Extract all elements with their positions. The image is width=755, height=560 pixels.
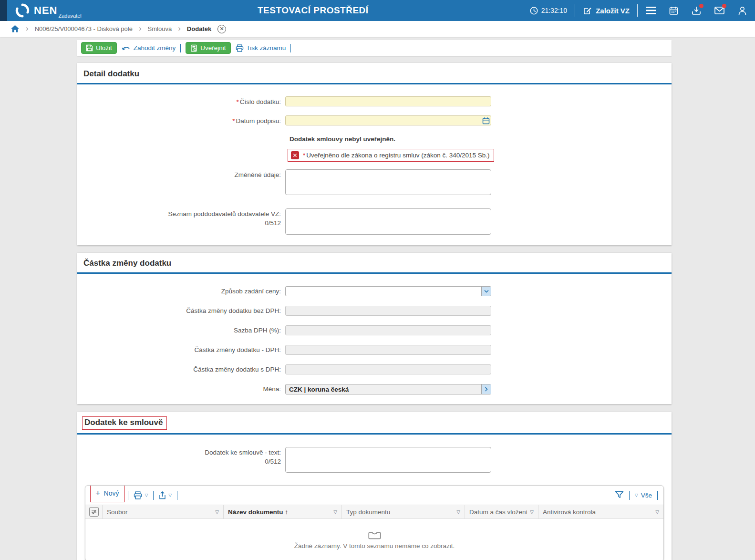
sazba-dph-input <box>285 325 491 335</box>
seznam-poddodavatelu-label: Seznam poddodavatelů dodavatele VZ: 0/51… <box>77 208 285 227</box>
bez-dph-input <box>285 306 491 316</box>
view-all-label: Vše <box>641 492 652 499</box>
column-header-soubor[interactable]: Soubor ▽ <box>103 505 224 519</box>
view-all-dropdown[interactable]: ▽ Vše <box>635 492 652 499</box>
zpusob-zadani-ceny-label: Způsob zadání ceny: <box>77 287 285 296</box>
sort-asc-icon: ↑ <box>285 508 288 516</box>
page: NEN Zadavatel TESTOVACÍ PROSTŘEDÍ 21:32:… <box>0 0 755 560</box>
create-vz-label: Založit VZ <box>596 7 630 15</box>
attachment-section-title: Dodatek ke smlouvě <box>84 418 163 427</box>
date-picker-icon[interactable] <box>482 117 490 124</box>
downloads-badge <box>699 4 703 8</box>
zmenene-udaje-textarea[interactable] <box>285 169 491 195</box>
datum-podpisu-label: *Datum podpisu: <box>77 115 285 125</box>
empty-state: Žádné záznamy. V tomto seznamu nemáme co… <box>85 519 663 560</box>
cislo-dodatku-input[interactable] <box>285 96 491 106</box>
breadcrumb-separator: › <box>26 24 29 32</box>
dodatek-text-counter: 0/512 <box>77 457 281 466</box>
seznam-poddodavatelu-textarea[interactable] <box>285 208 491 235</box>
save-button[interactable]: Uložit <box>81 42 117 54</box>
dodatek-ke-smlouve-panel: Dodatek ke smlouvě Dodatek ke smlouvě - … <box>77 412 672 560</box>
user-icon[interactable] <box>737 5 747 16</box>
column-header-antivirova-kontrola[interactable]: Antivirová kontrola ▽ <box>538 505 663 519</box>
mena-field[interactable]: CZK | koruna česká <box>285 384 491 394</box>
mail-badge <box>722 4 726 8</box>
printer-icon <box>134 491 142 499</box>
column-settings-icon <box>89 507 99 517</box>
close-tab-icon[interactable]: ✕ <box>217 25 226 33</box>
breadcrumb: › N006/25/V00004673 - Disková pole › Sml… <box>0 21 755 37</box>
filter-icon[interactable] <box>615 491 624 499</box>
annotation-box-novy: + Nový <box>90 485 125 502</box>
breadcrumb-item-dodatek: Dodatek <box>187 25 211 32</box>
column-settings-button[interactable] <box>85 505 103 519</box>
logo-text: NEN <box>34 5 57 16</box>
column-filter-icon[interactable]: ▽ <box>530 509 534 515</box>
downloads-icon[interactable] <box>691 5 702 16</box>
breadcrumb-item-smlouva[interactable]: Smlouva <box>148 25 172 32</box>
chevron-right-icon[interactable] <box>481 384 491 394</box>
publish-icon <box>190 44 197 52</box>
nen-logo[interactable]: NEN Zadavatel <box>15 3 82 18</box>
column-header-typ-dokumentu[interactable]: Typ dokumentu ▽ <box>342 505 465 519</box>
detail-dodatku-panel: Detail dodatku *Číslo dodatku: *Datum po… <box>77 63 672 245</box>
menu-icon[interactable] <box>645 5 656 16</box>
column-header-datum-vlozeni[interactable]: Datum a čas vložení ▽ <box>465 505 538 519</box>
save-label: Uložit <box>96 44 112 52</box>
annotation-box-title: Dodatek ke smlouvě <box>82 416 167 430</box>
toolbar-divider <box>180 44 181 52</box>
toolbar-divider <box>153 491 154 500</box>
session-time: 21:32:10 <box>541 7 568 14</box>
section-rule <box>77 272 672 274</box>
publish-button[interactable]: Uveřejnit <box>186 42 230 54</box>
zpusob-zadani-ceny-select[interactable] <box>285 286 491 296</box>
s-dph-label: Částka změny dodatku s DPH: <box>77 365 285 374</box>
export-grid-button[interactable]: ▽ <box>159 491 172 499</box>
zmenene-udaje-label: Změněné údaje: <box>77 169 285 179</box>
sazba-dph-label: Sazba DPH (%): <box>77 326 285 335</box>
bez-dph-label: Částka změny dodatku bez DPH: <box>77 307 285 315</box>
plus-icon: + <box>95 489 101 498</box>
discard-changes-label: Zahodit změny <box>134 44 176 52</box>
export-icon <box>159 491 166 499</box>
column-header-nazev-dokumentu[interactable]: Název dokumentu ↑ ▽ <box>224 505 342 519</box>
dodatek-text-textarea[interactable] <box>285 447 491 473</box>
toolbar-divider <box>177 491 177 500</box>
discard-changes-button[interactable]: Zahodit změny <box>122 44 176 52</box>
calendar-icon[interactable] <box>668 5 679 16</box>
toolbar-divider <box>290 44 291 52</box>
home-icon[interactable] <box>10 25 20 33</box>
datum-podpisu-input[interactable] <box>285 115 491 125</box>
print-grid-button[interactable]: ▽ <box>134 491 148 499</box>
empty-state-text: Žádné záznamy. V tomto seznamu nemáme co… <box>294 542 455 550</box>
empty-tray-icon <box>368 531 381 539</box>
printer-icon <box>236 44 244 52</box>
chevron-down-icon[interactable] <box>481 287 491 296</box>
not-published-note: Dodatek smlouvy nebyl uveřejněn. <box>290 135 672 143</box>
required-marker: * <box>303 152 305 159</box>
column-filter-icon[interactable]: ▽ <box>215 509 219 515</box>
save-icon <box>86 44 93 52</box>
detail-section-title: Detail dodatku <box>77 63 672 83</box>
undo-icon <box>122 45 131 52</box>
breadcrumb-item-vz[interactable]: N006/25/V00004673 - Disková pole <box>35 25 133 32</box>
column-filter-icon[interactable]: ▽ <box>333 509 337 515</box>
command-bar: Uložit Zahodit změny Uveřejnit <box>77 40 672 56</box>
create-vz-button[interactable]: Založit VZ <box>583 6 630 15</box>
grid-toolbar: + Nový ▽ <box>85 486 663 505</box>
mail-icon[interactable] <box>714 5 724 16</box>
new-document-button[interactable]: + Nový <box>95 489 119 498</box>
minus-dph-label: Částka změny dodatku - DPH: <box>77 346 285 354</box>
seznam-counter: 0/512 <box>77 219 281 228</box>
header-divider <box>637 4 638 17</box>
column-filter-icon[interactable]: ▽ <box>456 509 460 515</box>
toolbar-divider <box>128 491 128 500</box>
column-filter-icon[interactable]: ▽ <box>655 509 659 515</box>
print-record-button[interactable]: Tisk záznamu <box>236 44 286 52</box>
compose-icon <box>583 6 592 15</box>
required-marker: * <box>236 98 238 105</box>
minus-dph-input <box>285 345 491 355</box>
dodatek-text-label: Dodatek ke smlouvě - text: 0/512 <box>77 447 285 466</box>
documents-grid: + Nový ▽ <box>85 485 664 560</box>
error-icon: ✕ <box>291 151 299 159</box>
